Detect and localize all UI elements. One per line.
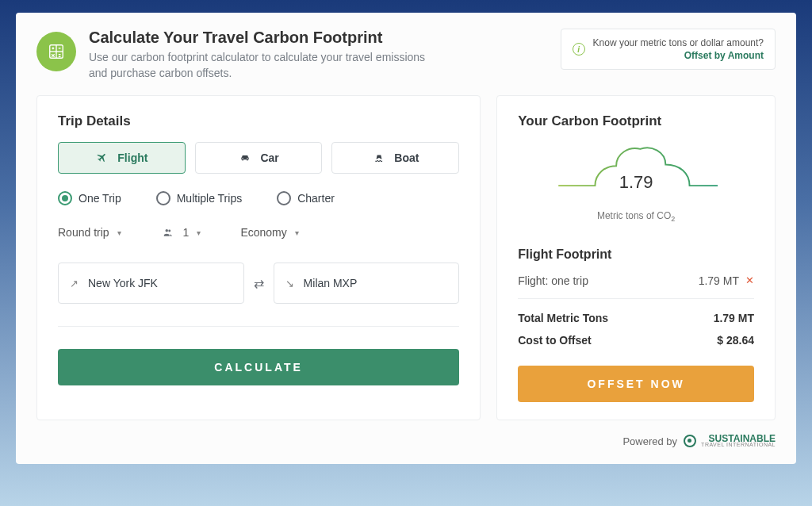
- radio-icon: [58, 191, 72, 205]
- sti-logo[interactable]: SUSTAINABLE TRAVEL INTERNATIONAL: [684, 435, 776, 448]
- arrive-icon: ↘: [285, 278, 294, 289]
- flight-footprint-title: Flight Footprint: [518, 247, 754, 262]
- footprint-heading: Your Carbon Footprint: [518, 113, 754, 129]
- remove-line-button[interactable]: ✕: [745, 274, 754, 286]
- trip-details-heading: Trip Details: [58, 113, 459, 129]
- sti-logo-icon: [684, 435, 696, 447]
- calculator-icon: [36, 32, 76, 71]
- footprint-value: 1.79: [619, 172, 653, 193]
- tab-boat[interactable]: Boat: [331, 142, 459, 174]
- radio-icon: [277, 191, 291, 205]
- divider: [58, 326, 459, 327]
- powered-by: Powered by SUSTAINABLE TRAVEL INTERNATIO…: [36, 435, 776, 448]
- from-airport-value: New York JFK: [88, 277, 158, 289]
- cost-label: Cost to Offset: [518, 334, 592, 347]
- info-icon: i: [573, 43, 585, 56]
- offset-amount-link[interactable]: Offset by Amount: [593, 50, 764, 61]
- trip-kind-value: Round trip: [58, 226, 109, 239]
- trip-kind-dropdown[interactable]: Round trip ▾: [58, 226, 121, 239]
- header-text: Calculate Your Travel Carbon Footprint U…: [89, 29, 548, 81]
- footprint-line-value: 1.79 MT: [699, 274, 739, 287]
- footprint-line-item: Flight: one trip 1.79 MT ✕: [518, 270, 754, 292]
- footprint-panel: Your Carbon Footprint 1.79 Metric to: [496, 95, 776, 420]
- radio-one-trip[interactable]: One Trip: [58, 191, 121, 205]
- panels: Trip Details Flight Car Boat O: [36, 95, 776, 420]
- tab-boat-label: Boat: [394, 151, 419, 164]
- chevron-down-icon: ▾: [197, 228, 201, 237]
- airports-row: ↗ New York JFK ⇄ ↘ Milan MXP: [58, 263, 459, 304]
- powered-prefix: Powered by: [622, 435, 677, 447]
- class-dropdown[interactable]: Economy ▾: [240, 226, 298, 239]
- total-value: 1.79 MT: [714, 312, 754, 324]
- calculate-button[interactable]: CALCULATE: [58, 349, 459, 385]
- passenger-icon: [161, 227, 175, 238]
- passenger-dropdown[interactable]: 1 ▾: [161, 226, 201, 239]
- total-metric-tons-row: Total Metric Tons 1.79 MT: [518, 307, 754, 329]
- transport-tabs: Flight Car Boat: [58, 142, 459, 174]
- radio-multiple-trips[interactable]: Multiple Trips: [156, 191, 242, 205]
- cost-value: $ 28.64: [717, 334, 754, 347]
- footprint-line-label: Flight: one trip: [518, 274, 588, 287]
- sti-brand-line2: TRAVEL INTERNATIONAL: [701, 443, 776, 447]
- radio-charter-label: Charter: [297, 192, 335, 205]
- radio-charter[interactable]: Charter: [277, 191, 335, 205]
- divider: [518, 298, 754, 299]
- to-airport-input[interactable]: ↘ Milan MXP: [274, 263, 460, 304]
- tab-flight[interactable]: Flight: [58, 142, 186, 174]
- trip-options: Round trip ▾ 1 ▾ Economy ▾: [58, 226, 459, 239]
- passenger-value: 1: [183, 226, 190, 239]
- trip-count-radios: One Trip Multiple Trips Charter: [58, 191, 459, 205]
- offset-amount-prompt: Know your metric tons or dollar amount?: [593, 37, 764, 48]
- tab-flight-label: Flight: [117, 151, 147, 164]
- footprint-unit: Metric tons of CO2: [597, 210, 675, 223]
- total-label: Total Metric Tons: [518, 312, 608, 324]
- cloud-gauge: 1.79 Metric tons of CO2: [518, 142, 754, 223]
- class-value: Economy: [240, 226, 286, 239]
- radio-icon: [156, 191, 170, 205]
- depart-icon: ↗: [70, 278, 79, 289]
- chevron-down-icon: ▾: [117, 228, 121, 237]
- radio-one-trip-label: One Trip: [79, 192, 121, 205]
- swap-airports-button[interactable]: ⇄: [254, 276, 264, 291]
- tab-car[interactable]: Car: [195, 142, 323, 174]
- radio-multiple-trips-label: Multiple Trips: [177, 192, 242, 205]
- tab-car-label: Car: [260, 151, 278, 164]
- from-airport-input[interactable]: ↗ New York JFK: [58, 263, 244, 304]
- chevron-down-icon: ▾: [295, 228, 299, 237]
- offset-now-button[interactable]: OFFSET NOW: [518, 366, 754, 402]
- page-title: Calculate Your Travel Carbon Footprint: [89, 29, 548, 47]
- header: Calculate Your Travel Carbon Footprint U…: [36, 29, 776, 81]
- offset-by-amount-box[interactable]: i Know your metric tons or dollar amount…: [561, 29, 776, 70]
- to-airport-value: Milan MXP: [304, 277, 358, 289]
- page-subtitle: Use our carbon footprint calculator to c…: [89, 50, 438, 81]
- trip-details-panel: Trip Details Flight Car Boat O: [36, 95, 481, 420]
- cost-to-offset-row: Cost to Offset $ 28.64: [518, 329, 754, 351]
- main-frame: Calculate Your Travel Carbon Footprint U…: [16, 13, 796, 464]
